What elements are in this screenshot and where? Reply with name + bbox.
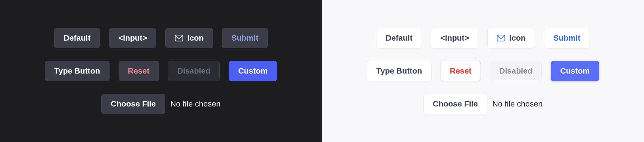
file-status-text: No file chosen [170,99,220,108]
icon-button[interactable]: Icon [487,28,535,48]
choose-file-button[interactable]: Choose File [101,94,165,114]
choose-file-button-label: Choose File [111,99,156,108]
disabled-button: Disabled [490,61,542,81]
icon-button-label: Icon [187,34,204,43]
button-row-2: Type Button Reset Disabled Custom [367,61,599,81]
type-button-label: Type Button [54,66,100,76]
svg-rect-1 [497,35,505,41]
type-button[interactable]: Type Button [45,61,109,81]
reset-button-label: Reset [450,66,472,76]
input-button-label: <input> [440,34,469,43]
file-input-row: Choose File No file chosen [423,94,542,114]
submit-button-label: Submit [231,34,258,43]
dark-theme-panel: Default <input> Icon Submit Type Button … [0,0,322,142]
default-button-label: Default [64,34,91,43]
custom-button-label: Custom [560,66,590,76]
reset-button[interactable]: Reset [119,61,159,81]
default-button-label: Default [386,34,413,43]
custom-button-label: Custom [238,66,268,76]
type-button[interactable]: Type Button [367,61,431,81]
svg-rect-0 [175,35,183,41]
type-button-label: Type Button [376,66,422,76]
custom-button[interactable]: Custom [551,61,599,81]
submit-button[interactable]: Submit [222,28,268,48]
button-row-1: Default <input> Icon Submit [376,28,590,48]
disabled-button: Disabled [168,61,220,81]
choose-file-button-label: Choose File [433,99,478,108]
icon-button[interactable]: Icon [165,28,213,48]
input-button[interactable]: <input> [431,28,478,48]
file-input-row: Choose File No file chosen [101,94,220,114]
disabled-button-label: Disabled [177,66,211,76]
light-theme-panel: Default <input> Icon Submit Type Button … [322,0,644,142]
default-button[interactable]: Default [54,28,100,48]
reset-button-label: Reset [128,66,150,76]
file-status-text: No file chosen [492,99,542,108]
disabled-button-label: Disabled [499,66,533,76]
button-row-1: Default <input> Icon Submit [54,28,268,48]
input-button[interactable]: <input> [109,28,156,48]
mail-icon [497,35,505,41]
reset-button[interactable]: Reset [441,61,481,81]
icon-button-label: Icon [509,34,526,43]
button-row-2: Type Button Reset Disabled Custom [45,61,277,81]
choose-file-button[interactable]: Choose File [423,94,487,114]
submit-button-label: Submit [553,34,580,43]
default-button[interactable]: Default [376,28,422,48]
submit-button[interactable]: Submit [544,28,590,48]
mail-icon [175,35,183,41]
custom-button[interactable]: Custom [229,61,277,81]
input-button-label: <input> [118,34,147,43]
